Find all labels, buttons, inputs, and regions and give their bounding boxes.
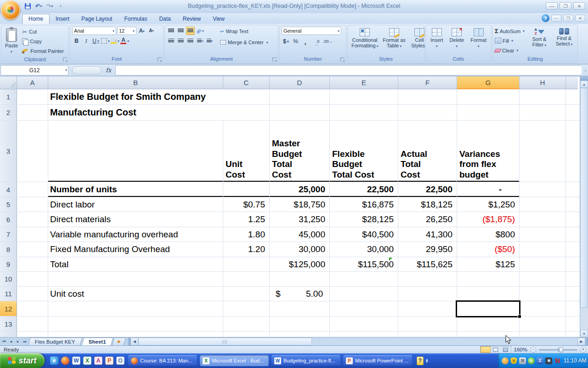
powerpoint-icon[interactable]: P bbox=[105, 356, 113, 365]
tab-data[interactable]: Data bbox=[153, 14, 176, 24]
page-layout-view-button[interactable] bbox=[491, 346, 501, 353]
vertical-scrollbar[interactable]: ▲ ▼ bbox=[580, 76, 588, 337]
font-dialog-launcher-icon[interactable] bbox=[158, 58, 162, 62]
cell-f8[interactable]: 29,950 bbox=[398, 242, 457, 257]
cell-b8[interactable]: Fixed Manufacturing Overhead bbox=[48, 242, 223, 257]
first-sheet-icon[interactable]: ⏮ bbox=[1, 339, 7, 345]
cell-e13[interactable] bbox=[330, 316, 398, 331]
firefox-icon[interactable] bbox=[61, 356, 69, 365]
cell-a8[interactable] bbox=[17, 242, 48, 257]
column-header-b[interactable]: B bbox=[48, 76, 223, 89]
cell-h7[interactable] bbox=[520, 227, 566, 242]
workbook-restore-button[interactable]: ❐ bbox=[563, 15, 573, 22]
sheet-tab-sheet1[interactable]: Sheet1 bbox=[81, 338, 113, 345]
cell-g8-negative[interactable]: ($50) bbox=[457, 242, 520, 257]
cell-d8[interactable]: 30,000 bbox=[270, 242, 330, 257]
cell-g2[interactable] bbox=[457, 105, 520, 120]
cell-e3-header[interactable]: Flexible Budget Total Cost bbox=[330, 121, 398, 182]
align-right-button[interactable] bbox=[186, 37, 195, 45]
cell-d4[interactable]: 25,000 bbox=[270, 182, 330, 197]
cell-i8[interactable] bbox=[566, 242, 578, 257]
office-button[interactable] bbox=[1, 0, 20, 20]
paste-button[interactable]: Paste bbox=[3, 27, 20, 56]
cell-h12[interactable] bbox=[520, 301, 566, 316]
cell-d10[interactable] bbox=[270, 272, 330, 286]
cell-i2[interactable] bbox=[566, 105, 578, 120]
cell-a5[interactable] bbox=[17, 197, 48, 212]
tab-formulas[interactable]: Formulas bbox=[118, 14, 153, 24]
scroll-right-icon[interactable]: ▶ bbox=[577, 338, 585, 345]
zoom-level[interactable]: 160% bbox=[514, 347, 527, 352]
insert-function-button[interactable]: fx bbox=[102, 67, 115, 74]
cell-g14[interactable] bbox=[457, 332, 520, 337]
row-header-7[interactable]: 7 bbox=[0, 227, 17, 242]
cell-a7[interactable] bbox=[17, 227, 48, 242]
row-header-partial[interactable] bbox=[0, 332, 17, 337]
cell-g4[interactable]: - bbox=[457, 182, 520, 197]
cell-d11-unit-cost[interactable]: $5.00 bbox=[270, 287, 330, 301]
cell-a2[interactable] bbox=[17, 105, 48, 120]
cell-h4[interactable] bbox=[520, 182, 566, 197]
cell-d14[interactable] bbox=[270, 332, 330, 337]
cell-b1-title[interactable]: Flexible Budget for Smith Company bbox=[48, 89, 270, 104]
cell-b11[interactable]: Unit cost bbox=[48, 287, 223, 301]
align-center-button[interactable] bbox=[176, 37, 185, 45]
z-tray-icon[interactable]: Z bbox=[537, 357, 543, 364]
help-icon[interactable]: ? bbox=[542, 14, 549, 22]
cell-a4[interactable] bbox=[17, 182, 48, 197]
cell-b6[interactable]: Direct materials bbox=[48, 212, 223, 227]
cell-g6-negative[interactable]: ($1,875) bbox=[457, 212, 520, 227]
accounting-format-button[interactable]: $ bbox=[282, 37, 290, 46]
tab-review[interactable]: Review bbox=[177, 14, 207, 24]
column-header-g-selected[interactable]: G bbox=[457, 76, 520, 89]
cell-g13[interactable] bbox=[457, 316, 520, 331]
internet-explorer-icon[interactable]: e bbox=[50, 356, 58, 365]
cell-e12[interactable] bbox=[330, 301, 398, 316]
expand-formula-bar-icon[interactable]: ⌄ bbox=[584, 68, 587, 72]
cell-h2[interactable] bbox=[520, 105, 566, 120]
cell-a13[interactable] bbox=[17, 316, 48, 331]
name-box[interactable]: G12▾ bbox=[0, 65, 68, 75]
tab-page-layout[interactable]: Page Layout bbox=[75, 14, 118, 24]
cell-f1[interactable] bbox=[398, 89, 457, 104]
cell-f14[interactable] bbox=[398, 332, 457, 337]
cell-f12[interactable] bbox=[398, 301, 457, 316]
formula-input[interactable] bbox=[115, 65, 582, 75]
row-header-11[interactable]: 11 bbox=[0, 287, 17, 301]
task-button-word[interactable]: WBudgeting_practice-fl... bbox=[271, 355, 340, 366]
cell-i14[interactable] bbox=[566, 332, 578, 337]
number-dialog-launcher-icon[interactable] bbox=[340, 58, 345, 62]
insert-cells-button[interactable]: Insert bbox=[429, 27, 445, 56]
cell-g11[interactable] bbox=[457, 287, 520, 301]
tools-tray-icon[interactable]: ⚒ bbox=[519, 357, 526, 364]
workbook-close-button[interactable]: ✕ bbox=[575, 15, 585, 22]
fill-button[interactable]: ↓Fill bbox=[495, 36, 525, 45]
decrease-decimal-button[interactable]: .00→ bbox=[323, 37, 333, 46]
cell-b3[interactable] bbox=[48, 121, 223, 182]
cell-d6[interactable]: 31,250 bbox=[270, 212, 330, 227]
row-header-6[interactable]: 6 bbox=[0, 212, 17, 227]
cut-button[interactable]: ✂Cut bbox=[21, 27, 65, 36]
cell-h14[interactable] bbox=[520, 332, 566, 337]
insert-worksheet-button[interactable]: ✱ bbox=[112, 338, 126, 345]
autosum-button[interactable]: ΣAutoSum bbox=[495, 27, 525, 35]
zoom-out-button[interactable]: − bbox=[530, 347, 536, 353]
cell-i9[interactable] bbox=[566, 257, 578, 271]
cell-f7[interactable]: 41,300 bbox=[398, 227, 457, 242]
cell-h9[interactable] bbox=[520, 257, 566, 271]
percent-style-button[interactable]: % bbox=[291, 37, 300, 46]
middle-align-button[interactable] bbox=[176, 27, 185, 35]
column-header-h[interactable]: H bbox=[520, 76, 566, 89]
copy-button[interactable]: Copy bbox=[21, 37, 65, 46]
cell-h6[interactable] bbox=[520, 212, 566, 227]
restore-button[interactable]: ❐ bbox=[560, 2, 571, 10]
column-header-f[interactable]: F bbox=[398, 76, 457, 89]
align-left-button[interactable] bbox=[167, 37, 175, 45]
conditional-formatting-button[interactable]: Conditional Formatting bbox=[350, 27, 380, 56]
alignment-dialog-launcher-icon[interactable] bbox=[272, 58, 277, 62]
grow-font-button[interactable]: A▴ bbox=[137, 27, 146, 35]
row-header-8[interactable]: 8 bbox=[0, 242, 17, 257]
cell-i6[interactable] bbox=[566, 212, 578, 227]
zoom-in-button[interactable]: + bbox=[580, 347, 586, 353]
cell-e6[interactable]: $28,125 bbox=[330, 212, 398, 227]
